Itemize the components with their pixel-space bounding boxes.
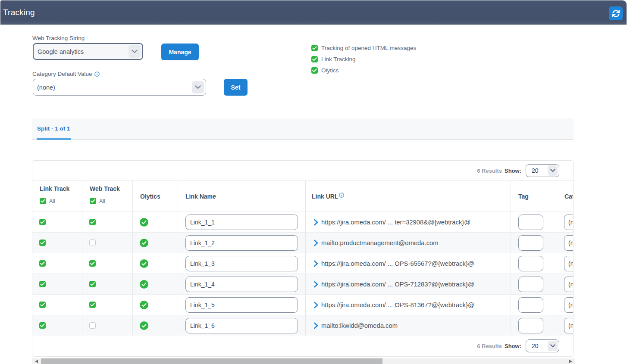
- toggle-olytics[interactable]: Olytics: [311, 67, 416, 74]
- tag-input[interactable]: [518, 215, 543, 230]
- table-scroll-area: Link Track All Web Track All O: [32, 181, 573, 336]
- show-per-page-select[interactable]: 20: [526, 339, 559, 352]
- triangle-right-icon: [569, 360, 572, 363]
- link-url-text: https://jira.omeda.com/ ... ter=32908&@{…: [321, 219, 470, 226]
- scroll-left-arrow[interactable]: [32, 358, 41, 364]
- checkbox[interactable]: [40, 198, 46, 204]
- link-name-input[interactable]: [185, 318, 298, 333]
- link-url-text: https://jira.omeda.com/ ... OPS-71283?@{…: [321, 281, 474, 288]
- toggle-link-tracking[interactable]: Link Tracking: [311, 56, 416, 62]
- link-name-input[interactable]: [185, 297, 298, 313]
- sync-icon: [612, 10, 620, 17]
- column-header-link-name: Link Name: [178, 181, 305, 212]
- table-row: https://jira.omeda.com/ ... OPS-65567?@{…: [32, 253, 573, 274]
- checkbox[interactable]: [89, 281, 96, 287]
- chevron-right-icon[interactable]: [314, 322, 318, 329]
- checkbox[interactable]: [311, 67, 318, 74]
- cell-web-track: [82, 212, 132, 232]
- checkbox[interactable]: [39, 322, 46, 329]
- cell-link-url: https://jira.omeda.com/ ... OPS-65567?@{…: [305, 253, 511, 274]
- tag-input[interactable]: [518, 318, 543, 333]
- category-select[interactable]: (none): [564, 215, 573, 230]
- triangle-left-icon: [35, 360, 38, 363]
- link-name-input[interactable]: [185, 277, 298, 292]
- column-title: Web Track: [90, 185, 132, 192]
- checkbox[interactable]: [89, 302, 96, 308]
- category-select[interactable]: (none): [564, 277, 573, 292]
- cell-web-track: [82, 295, 132, 315]
- link-name-input[interactable]: [185, 215, 298, 230]
- tag-input[interactable]: [518, 235, 543, 251]
- toggle-opened-html-messages[interactable]: Tracking of opened HTML messages: [311, 45, 416, 51]
- table-row: mailto:lkwidd@omeda.com (none): [32, 315, 573, 336]
- info-icon[interactable]: [94, 72, 100, 77]
- select-all-web-track[interactable]: All: [90, 198, 132, 204]
- tab-split-1-of-1[interactable]: Split - 1 of 1: [37, 118, 70, 139]
- cell-olytics: [132, 212, 178, 232]
- cell-olytics: [132, 295, 178, 315]
- manage-button[interactable]: Manage: [161, 44, 199, 60]
- category-select[interactable]: (none): [564, 318, 573, 333]
- category-select[interactable]: (none): [564, 256, 573, 271]
- category-select[interactable]: (none): [564, 235, 573, 251]
- category-value: (none): [568, 240, 573, 246]
- cell-olytics: [132, 253, 178, 274]
- chevron-right-icon[interactable]: [314, 240, 318, 246]
- tag-input[interactable]: [518, 256, 543, 271]
- link-url-text: mailto:lkwidd@omeda.com: [321, 322, 398, 329]
- toggle-label: Olytics: [321, 67, 339, 74]
- set-button[interactable]: Set: [224, 79, 248, 96]
- column-title: Tag: [518, 193, 557, 200]
- tag-input[interactable]: [518, 297, 543, 313]
- checkbox[interactable]: [89, 219, 96, 225]
- info-icon[interactable]: [339, 192, 344, 199]
- chevron-right-icon[interactable]: [314, 281, 318, 288]
- category-default-value-text: Category Default Value: [32, 71, 92, 77]
- checkbox[interactable]: [39, 240, 46, 246]
- checkbox[interactable]: [39, 302, 46, 308]
- cell-tag: [511, 212, 557, 232]
- table-row: mailto:productmanagement@omeda.com (none…: [32, 232, 573, 253]
- checkbox[interactable]: [90, 198, 96, 204]
- web-tracking-string-select[interactable]: Google analytics: [33, 43, 143, 60]
- chevron-right-icon[interactable]: [314, 260, 318, 267]
- category-select[interactable]: (none): [564, 297, 573, 313]
- cell-link-track: [32, 295, 82, 315]
- checkbox[interactable]: [89, 322, 96, 329]
- checkbox[interactable]: [311, 45, 318, 51]
- link-name-input[interactable]: [185, 235, 298, 251]
- refresh-button[interactable]: [609, 6, 623, 20]
- cell-link-name: [178, 295, 305, 315]
- category-default-value-select[interactable]: (none): [33, 79, 206, 96]
- table-body: https://jira.omeda.com/ ... ter=32908&@{…: [32, 212, 573, 336]
- select-all-link-track[interactable]: All: [40, 198, 82, 204]
- toggle-label: Tracking of opened HTML messages: [321, 45, 416, 51]
- chevron-right-icon[interactable]: [314, 302, 318, 308]
- column-title: Olytics: [140, 193, 178, 200]
- scrollbar-thumb[interactable]: [41, 358, 382, 364]
- column-header-link-track: Link Track All: [32, 181, 82, 212]
- web-tracking-string-label: Web Tracking String: [32, 35, 85, 41]
- column-title: Link Track: [40, 185, 82, 192]
- checkbox[interactable]: [89, 260, 96, 267]
- scroll-right-arrow[interactable]: [566, 358, 575, 364]
- horizontal-scrollbar[interactable]: [32, 358, 575, 364]
- show-per-page-select[interactable]: 20: [526, 164, 559, 177]
- chevron-down-icon: [548, 165, 558, 176]
- cell-link-track: [32, 233, 82, 253]
- checkbox[interactable]: [39, 281, 46, 287]
- tag-input[interactable]: [518, 277, 543, 292]
- chevron-right-icon[interactable]: [314, 219, 318, 226]
- checkbox[interactable]: [89, 240, 96, 246]
- table-row: https://jira.omeda.com/ ... OPS-81367?@{…: [32, 294, 573, 315]
- cell-tag: [511, 233, 557, 253]
- checkbox[interactable]: [39, 260, 46, 267]
- checkbox[interactable]: [39, 219, 46, 225]
- chevron-down-icon: [192, 81, 204, 93]
- links-table-panel: 6 Results Show: 20 Link Track All Web Tr…: [32, 160, 574, 357]
- checkbox[interactable]: [311, 56, 318, 62]
- cell-web-track: [82, 233, 132, 253]
- link-name-input[interactable]: [185, 256, 298, 271]
- cell-olytics: [132, 274, 178, 294]
- cell-tag: [511, 295, 557, 315]
